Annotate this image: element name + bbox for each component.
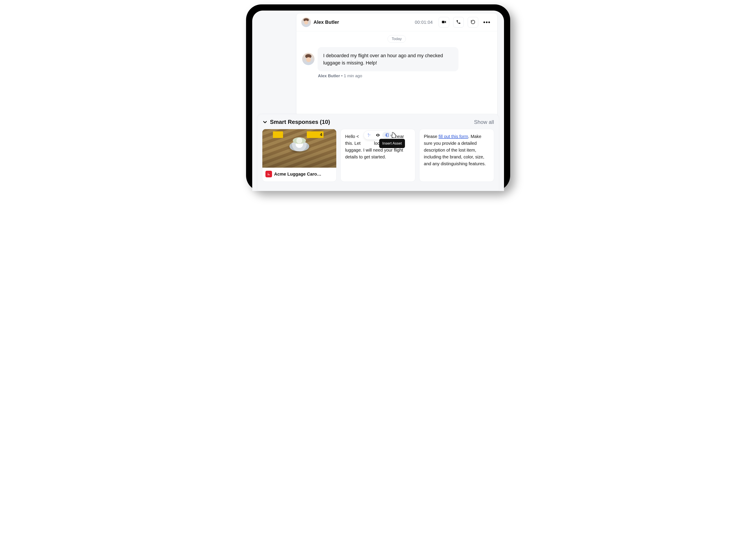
phone-icon [456, 19, 461, 25]
smart-response-cards: Acme Luggage Caro… [262, 129, 494, 182]
asset-thumbnail [262, 129, 337, 168]
message-row: I deboarded my flight over an hour ago a… [302, 47, 493, 71]
smart-responses-header: Smart Responses (10) Show all [262, 119, 494, 125]
chat-header: Alex Butler 00:01:04 ••• [296, 13, 497, 31]
response-text-fragment: Hello < [345, 134, 359, 139]
chevron-down-icon[interactable] [262, 119, 268, 125]
call-timer: 00:01:04 [415, 20, 433, 25]
sparkle-action-button[interactable] [365, 132, 373, 139]
asset-meta: Acme Luggage Caro… [262, 168, 337, 181]
more-options-button[interactable]: ••• [482, 17, 492, 28]
date-separator: Today [388, 35, 406, 43]
smart-response-text-card-1[interactable]: Insert Asset Hello <xxxxxxxxxxxxry to he… [340, 129, 415, 182]
device-frame: Alex Butler 00:01:04 ••• [246, 4, 510, 191]
smart-response-asset-card[interactable]: Acme Luggage Caro… [262, 129, 337, 182]
smart-responses-panel: Smart Responses (10) Show all Acme Lugga… [257, 114, 499, 191]
video-call-button[interactable] [439, 17, 449, 28]
show-all-link[interactable]: Show all [474, 119, 494, 125]
message-meta: Alex Butler • 1 min ago [318, 73, 493, 78]
preview-action-button[interactable] [373, 132, 382, 139]
insert-asset-button[interactable] [382, 132, 391, 139]
message-bubble: I deboarded my flight over an hour ago a… [318, 47, 458, 71]
contact-avatar [301, 17, 311, 27]
smart-response-text-card-2[interactable]: Please fill out this form. Make sure you… [419, 129, 494, 182]
video-icon [442, 19, 446, 25]
chat-panel: Alex Butler 00:01:04 ••• [296, 13, 498, 116]
message-sender: Alex Butler [318, 73, 340, 78]
asset-name: Acme Luggage Caro… [274, 172, 321, 177]
thumbnail-decoration [289, 141, 309, 151]
contact-name: Alex Butler [313, 19, 339, 25]
meta-separator: • [340, 73, 344, 78]
response-text-fragment: Please [424, 134, 439, 139]
card-action-toolbar [364, 130, 392, 140]
svg-rect-0 [442, 21, 445, 23]
message-avatar [302, 53, 314, 65]
chat-body: Today I deboarded my flight over an hour… [296, 31, 497, 116]
refresh-button[interactable] [468, 17, 478, 28]
fill-out-form-link[interactable]: fill out this form [439, 134, 468, 139]
insert-asset-tooltip: Insert Asset [379, 139, 405, 148]
svg-point-1 [268, 173, 268, 174]
screen: Alex Butler 00:01:04 ••• [252, 11, 504, 191]
refresh-icon [471, 19, 475, 25]
message-time: 1 min ago [344, 73, 362, 78]
voice-call-button[interactable] [453, 17, 464, 28]
image-file-icon [265, 171, 272, 177]
svg-point-2 [377, 135, 378, 135]
smart-responses-title: Smart Responses (10) [270, 119, 330, 125]
